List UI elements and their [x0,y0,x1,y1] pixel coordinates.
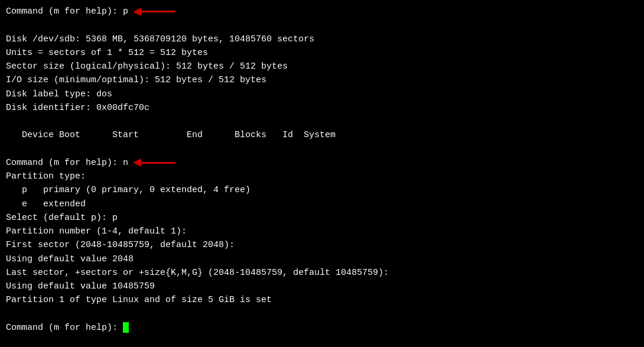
parttype-text: Partition type: [6,170,86,183]
arrow1 [133,8,175,16]
terminal-line-ident: Disk identifier: 0x00dfc70c [6,101,638,115]
usingdef-text: Using default value 2048 [6,252,134,266]
arrowline1-icon [140,11,175,12]
terminal-line-units: Units = sectors of 1 * 512 = 512 bytes [6,46,638,60]
partnum-text: Partition number (1-4, default 1): [6,225,187,238]
io-text: I/O size (minimum/optimal): 512 bytes / … [6,73,266,87]
terminal-line-sector: Sector size (logical/physical): 512 byte… [6,60,638,73]
label-text: Disk label type: dos [6,87,112,101]
sector-text: Sector size (logical/physical): 512 byte… [6,60,288,73]
arrowline2-icon [140,162,175,164]
cmd2-text: Command (m for help): n [6,156,128,170]
terminal-line-cmd2: Command (m for help): n [6,156,638,170]
terminal-line-io: I/O size (minimum/optimal): 512 bytes / … [6,73,638,87]
terminal-line-partnum: Partition number (1-4, default 1): [6,225,638,238]
terminal-line-label: Disk label type: dos [6,87,638,101]
terminal-line-extended: e extended [6,197,638,211]
terminal-line-parttype: Partition type: [6,170,638,183]
terminal-line-primary: p primary (0 primary, 0 extended, 4 free… [6,183,638,197]
usingdef2-text: Using default value 10485759 [6,280,155,293]
terminal-line-usingdef2: Using default value 10485759 [6,280,638,293]
partset-text: Partition 1 of type Linux and of size 5 … [6,293,272,307]
header-text: Device Boot Start End Blocks Id System [6,128,336,142]
terminal-line-partset: Partition 1 of type Linux and of size 5 … [6,293,638,307]
extended-text: e extended [6,197,86,211]
terminal-line-lastsec: Last sector, +sectors or +size{K,M,G} (2… [6,266,638,280]
blank-line-3 [6,142,638,156]
terminal-line-disk: Disk /dev/sdb: 5368 MB, 5368709120 bytes… [6,33,638,46]
terminal-line-cmd1: Command (m for help): p [6,5,638,18]
terminal: Command (m for help): p Disk /dev/sdb: 5… [0,0,644,347]
firstsec-text: First sector (2048-10485759, default 204… [6,238,235,252]
terminal-line-cmd3: Command (m for help): [6,321,638,335]
blank-line-1 [6,18,638,32]
blank-line-2 [6,115,638,128]
terminal-line-firstsec: First sector (2048-10485759, default 204… [6,238,638,252]
terminal-line-usingdef: Using default value 2048 [6,252,638,266]
disk-text: Disk /dev/sdb: 5368 MB, 5368709120 bytes… [6,33,314,46]
select-text: Select (default p): p [6,211,118,225]
terminal-line-select: Select (default p): p [6,211,638,225]
cmd1-text: Command (m for help): p [6,5,128,18]
terminal-line-header: Device Boot Start End Blocks Id System [6,128,638,142]
ident-text: Disk identifier: 0x00dfc70c [6,101,149,115]
cmd3-text: Command (m for help): [6,321,123,335]
primary-text: p primary (0 primary, 0 extended, 4 free… [6,183,251,197]
lastsec-text: Last sector, +sectors or +size{K,M,G} (2… [6,266,389,280]
terminal-cursor [123,322,129,333]
blank-line-4 [6,307,638,321]
units-text: Units = sectors of 1 * 512 = 512 bytes [6,46,208,60]
arrow2 [133,158,175,167]
